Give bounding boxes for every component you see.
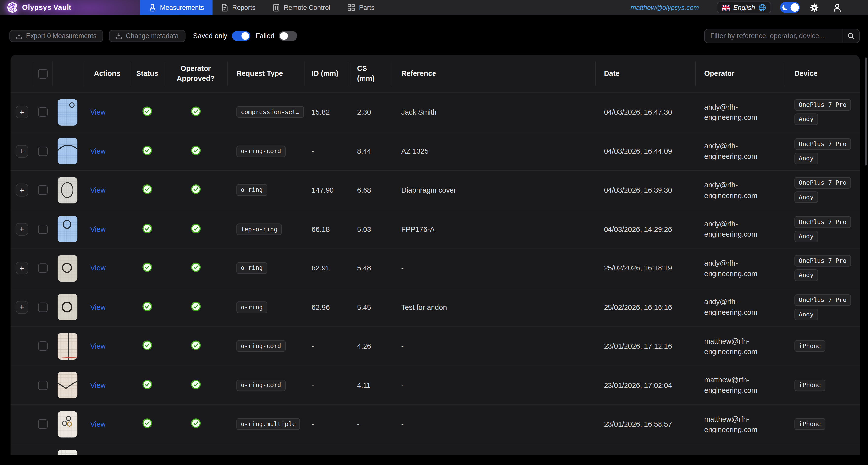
request-type-chip: o-ring	[236, 262, 267, 274]
operator-approved-cell	[164, 262, 227, 274]
request-type-chip: o-ring.multiple	[236, 419, 300, 430]
measurement-thumbnail[interactable]	[58, 216, 78, 242]
actions-cell: View	[84, 264, 131, 272]
row-checkbox[interactable]	[38, 186, 47, 195]
row-checkbox[interactable]	[38, 302, 47, 312]
export-measurements-button[interactable]: Export 0 Measurements	[9, 30, 103, 42]
vertical-scrollbar[interactable]	[865, 58, 867, 166]
date-value: 04/03/2026, 16:47:30	[595, 108, 695, 117]
operator-approved-icon	[191, 262, 200, 274]
cs-value: 8.44	[349, 147, 391, 156]
view-link[interactable]: View	[84, 420, 106, 428]
reference-value: -	[391, 381, 595, 389]
device-cell: OnePlus 7 ProAndy	[784, 255, 860, 281]
device-chip: Andy	[794, 192, 818, 203]
expand-row-button[interactable]: +	[16, 262, 28, 275]
operator-approved-cell	[164, 185, 227, 196]
user-email-label[interactable]: matthew@olypsys.com	[631, 4, 699, 11]
tab-parts[interactable]: Parts	[339, 0, 383, 15]
row-checkbox[interactable]	[38, 107, 47, 117]
main-nav-tabs: Measurements Reports Remote Control	[140, 0, 383, 15]
actions-cell: View	[84, 420, 131, 428]
view-link[interactable]: View	[84, 186, 106, 194]
status-cell	[131, 419, 164, 430]
operator-value: andy@rfh-engineering.com	[695, 141, 784, 162]
row-checkbox[interactable]	[38, 264, 47, 273]
cs-value: 4.11	[349, 381, 391, 389]
status-approved-icon	[142, 340, 152, 352]
header-date: Date	[595, 55, 695, 92]
view-link[interactable]: View	[84, 303, 106, 311]
measurement-thumbnail[interactable]	[58, 333, 78, 360]
header-checkbox-cell	[33, 55, 53, 92]
tab-remote-control[interactable]: Remote Control	[264, 0, 339, 15]
reference-value: AZ 1325	[391, 147, 595, 156]
header-request-type: Request Type	[227, 55, 304, 92]
view-link[interactable]: View	[84, 381, 106, 389]
measurement-thumbnail[interactable]	[58, 372, 78, 399]
operator-approved-icon	[191, 185, 200, 196]
measurement-thumbnail[interactable]	[58, 294, 78, 321]
expand-cell: +	[10, 145, 33, 158]
measurement-thumbnail[interactable]	[58, 255, 78, 281]
user-profile-icon[interactable]	[833, 3, 842, 12]
request-type-chip: o-ring-cord	[236, 379, 286, 391]
row-checkbox[interactable]	[38, 146, 47, 156]
cs-value: 2.30	[349, 108, 391, 117]
expand-row-button[interactable]: +	[16, 301, 28, 313]
expand-row-button[interactable]: +	[16, 184, 28, 197]
search-button[interactable]	[843, 29, 859, 43]
table-row: View o-ring-cord - 4.26 - 23/01/2026, 17…	[10, 326, 860, 365]
table-row: + View o-ring 62.96 5.45 Test for andon …	[10, 288, 860, 326]
view-link[interactable]: View	[84, 264, 106, 272]
device-cell: OnePlus 7 ProAndy	[784, 99, 860, 125]
actions-cell: View	[84, 108, 131, 117]
saved-only-toggle[interactable]	[232, 31, 250, 41]
status-cell	[131, 106, 164, 118]
row-checkbox[interactable]	[38, 224, 47, 234]
measurement-thumbnail[interactable]	[58, 177, 78, 203]
id-value: 62.91	[304, 264, 349, 272]
expand-row-button[interactable]: +	[16, 145, 28, 158]
header-status: Status	[131, 55, 164, 92]
filter-input[interactable]	[705, 29, 842, 43]
filter-box	[704, 29, 860, 43]
measurement-thumbnail[interactable]	[58, 450, 78, 455]
measurement-thumbnail[interactable]	[58, 138, 78, 165]
app-root: Olypsys Vault Measurements Reports	[0, 0, 868, 465]
failed-toggle[interactable]	[279, 31, 297, 41]
actions-cell: View	[84, 147, 131, 156]
measurement-thumbnail[interactable]	[58, 99, 78, 126]
view-link[interactable]: View	[84, 342, 106, 351]
row-checkbox[interactable]	[38, 341, 47, 351]
view-link[interactable]: View	[84, 108, 106, 117]
select-all-checkbox[interactable]	[38, 69, 47, 78]
tab-measurements[interactable]: Measurements	[140, 0, 213, 15]
request-type-cell: fep-o-ring	[227, 223, 304, 235]
device-chips: OnePlus 7 ProAndy	[794, 99, 860, 125]
operator-approved-cell	[164, 419, 227, 430]
settings-gear-icon[interactable]	[810, 3, 819, 12]
actions-cell: View	[84, 303, 131, 311]
view-link[interactable]: View	[84, 225, 106, 233]
table-row: View o-ring-cord - 4.11 - 23/01/2026, 17…	[10, 365, 860, 404]
tab-reports[interactable]: Reports	[213, 0, 264, 15]
row-checkbox[interactable]	[38, 380, 47, 390]
view-link[interactable]: View	[84, 147, 106, 156]
brand-logo-icon	[7, 2, 18, 13]
status-approved-icon	[142, 106, 152, 118]
language-selector[interactable]: English	[717, 2, 771, 13]
date-value: 04/03/2026, 16:44:09	[595, 147, 695, 156]
device-chip: OnePlus 7 Pro	[794, 294, 851, 306]
language-label: English	[733, 4, 755, 11]
operator-value: matthew@rfh-engineering.com	[695, 414, 784, 435]
expand-row-button[interactable]: +	[16, 223, 28, 236]
change-metadata-button[interactable]: Change metadata	[109, 30, 185, 42]
table-row: + View o-ring 147.90 6.68 Diaphragm cove…	[10, 170, 860, 209]
row-checkbox[interactable]	[38, 420, 47, 429]
measurement-thumbnail[interactable]	[58, 411, 78, 437]
reference-value: Test for andon	[391, 303, 595, 311]
operator-value: matthew@rfh-engineering.com	[695, 453, 784, 455]
dark-mode-toggle[interactable]	[780, 2, 800, 13]
expand-row-button[interactable]: +	[16, 106, 28, 119]
